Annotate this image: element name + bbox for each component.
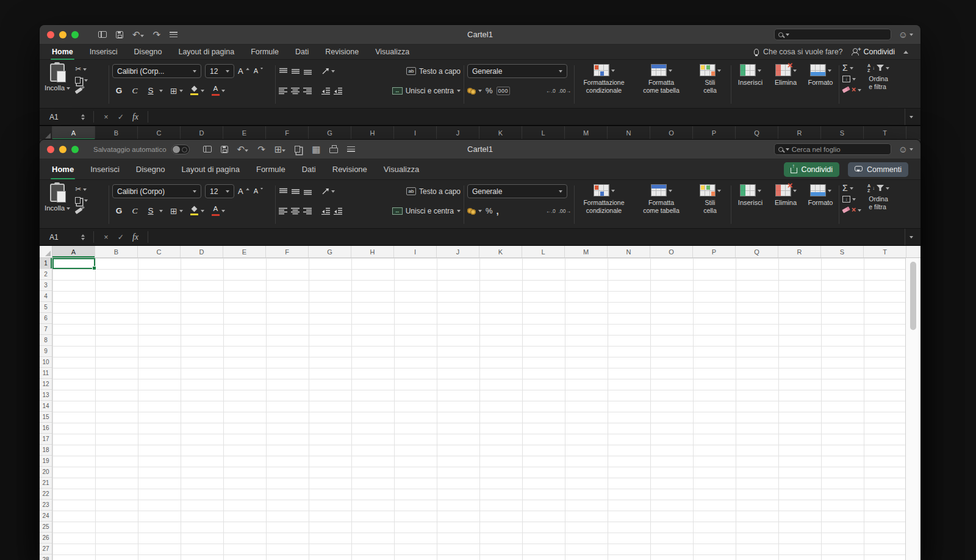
tab-visualizza[interactable]: Visualizza bbox=[375, 48, 409, 56]
share-button[interactable]: Condividi bbox=[784, 162, 839, 177]
row-header-18[interactable]: 18 bbox=[40, 445, 52, 456]
undo-button[interactable]: ↶ bbox=[132, 29, 144, 40]
table-icon[interactable]: ▦ bbox=[312, 145, 320, 154]
format-as-table-button[interactable]: Formattacome tabella bbox=[635, 64, 687, 106]
column-header-D[interactable]: D bbox=[181, 246, 223, 257]
wrap-text-button[interactable]: ab Testo a capo bbox=[406, 187, 461, 196]
row-header-15[interactable]: 15 bbox=[40, 412, 52, 423]
column-header-O[interactable]: O bbox=[650, 126, 693, 140]
column-header-F[interactable]: F bbox=[266, 246, 309, 257]
column-header-T[interactable]: T bbox=[864, 126, 906, 140]
column-header-L[interactable]: L bbox=[522, 126, 565, 140]
underline-button[interactable]: S bbox=[144, 207, 163, 215]
italic-button[interactable]: C bbox=[128, 86, 142, 96]
align-center-button[interactable] bbox=[291, 207, 300, 215]
align-middle-button[interactable] bbox=[291, 68, 300, 75]
column-header-A[interactable]: A bbox=[52, 246, 95, 257]
row-header-19[interactable]: 19 bbox=[40, 456, 52, 467]
column-header-G[interactable]: G bbox=[309, 246, 351, 257]
font-size-select[interactable]: 12 bbox=[205, 64, 234, 78]
tab-inserisci[interactable]: Inserisci bbox=[90, 48, 118, 56]
merge-center-button[interactable]: ↔ Unisci e centra bbox=[392, 207, 461, 215]
name-box[interactable]: A1 bbox=[43, 233, 81, 242]
increase-decimal-button[interactable]: ←.0 bbox=[546, 88, 556, 94]
number-format-select[interactable]: Generale bbox=[467, 64, 567, 78]
delete-cells-button[interactable]: Elimina bbox=[771, 64, 800, 106]
autosave-toggle[interactable] bbox=[171, 145, 190, 154]
fill-button[interactable]: ↓ bbox=[842, 76, 861, 82]
copy-pages-icon[interactable] bbox=[295, 146, 300, 153]
align-center-button[interactable] bbox=[291, 87, 300, 95]
menu-icon[interactable] bbox=[347, 146, 355, 152]
column-header-H[interactable]: H bbox=[351, 246, 394, 257]
name-box-spinner[interactable] bbox=[81, 232, 85, 242]
align-middle-button[interactable] bbox=[291, 188, 300, 195]
close-button[interactable] bbox=[47, 146, 54, 153]
align-left-button[interactable] bbox=[279, 87, 288, 95]
insert-function-icon[interactable]: fx bbox=[128, 112, 143, 122]
cut-button[interactable]: ✂ bbox=[75, 65, 88, 73]
orientation-button[interactable] bbox=[321, 68, 335, 75]
feedback-button[interactable]: ☺ bbox=[899, 144, 913, 154]
percent-style-button[interactable]: % bbox=[486, 206, 493, 215]
borders-button[interactable]: ⊞ bbox=[170, 207, 183, 215]
decrease-decimal-button[interactable]: .00→ bbox=[559, 208, 571, 214]
sort-filter-button[interactable]: AZ ↓ Ordinae filtra bbox=[867, 184, 889, 226]
confirm-entry-icon[interactable]: ✓ bbox=[113, 112, 128, 121]
search-input[interactable] bbox=[774, 29, 891, 40]
increase-font-button[interactable]: A bbox=[238, 187, 250, 195]
align-top-button[interactable] bbox=[279, 188, 288, 195]
row-header-11[interactable]: 11 bbox=[40, 368, 52, 379]
column-header-M[interactable]: M bbox=[565, 126, 608, 140]
tab-home[interactable]: Home bbox=[52, 48, 73, 56]
expand-formula-bar-icon[interactable] bbox=[905, 109, 917, 125]
column-header-D[interactable]: D bbox=[181, 126, 223, 140]
row-header-10[interactable]: 10 bbox=[40, 357, 52, 368]
row-header-2[interactable]: 2 bbox=[40, 269, 52, 280]
row-header-3[interactable]: 3 bbox=[40, 280, 52, 291]
zoom-button[interactable] bbox=[71, 31, 79, 38]
clear-button[interactable]: × bbox=[842, 206, 861, 214]
row-header-26[interactable]: 26 bbox=[40, 533, 52, 544]
align-bottom-button[interactable] bbox=[303, 68, 312, 75]
column-header-B[interactable]: B bbox=[95, 126, 138, 140]
close-button[interactable] bbox=[47, 31, 54, 38]
column-header-E[interactable]: E bbox=[223, 126, 266, 140]
column-header-T[interactable]: T bbox=[864, 246, 906, 257]
tab-visualizza[interactable]: Visualizza bbox=[384, 165, 419, 174]
column-header-N[interactable]: N bbox=[608, 246, 650, 257]
column-header-N[interactable]: N bbox=[608, 126, 650, 140]
column-header-P[interactable]: P bbox=[693, 246, 736, 257]
insert-function-icon[interactable]: fx bbox=[128, 232, 143, 242]
row-header-14[interactable]: 14 bbox=[40, 401, 52, 412]
currency-format-button[interactable] bbox=[467, 207, 482, 214]
row-header-27[interactable]: 27 bbox=[40, 544, 52, 555]
scrollbar-thumb[interactable] bbox=[910, 262, 916, 330]
tab-inserisci[interactable]: Inserisci bbox=[90, 165, 120, 174]
font-size-select[interactable]: 12 bbox=[205, 184, 234, 198]
format-cells-button[interactable]: Formato bbox=[805, 184, 836, 226]
align-right-button[interactable] bbox=[303, 207, 312, 215]
cell-styles-button[interactable]: Stilicella bbox=[692, 184, 728, 226]
column-header-K[interactable]: K bbox=[479, 126, 522, 140]
row-header-6[interactable]: 6 bbox=[40, 313, 52, 324]
tab-home[interactable]: Home bbox=[52, 165, 74, 174]
insert-cells-button[interactable]: Inserisci bbox=[734, 184, 766, 226]
sidebar-icon[interactable] bbox=[98, 31, 107, 38]
expand-formula-bar-icon[interactable] bbox=[905, 229, 917, 245]
formula-input[interactable] bbox=[153, 109, 905, 125]
column-header-R[interactable]: R bbox=[778, 126, 821, 140]
tab-dati[interactable]: Dati bbox=[302, 165, 316, 174]
row-header-25[interactable]: 25 bbox=[40, 522, 52, 533]
percent-style-button[interactable]: % bbox=[486, 86, 493, 95]
column-header-E[interactable]: E bbox=[223, 246, 266, 257]
row-header-12[interactable]: 12 bbox=[40, 379, 52, 390]
fill-color-button[interactable] bbox=[190, 207, 204, 215]
comments-button[interactable]: Commenti bbox=[848, 162, 908, 177]
column-header-Q[interactable]: Q bbox=[736, 126, 778, 140]
search-input[interactable]: Cerca nel foglio bbox=[774, 143, 891, 155]
row-header-20[interactable]: 20 bbox=[40, 467, 52, 478]
column-header-S[interactable]: S bbox=[821, 246, 864, 257]
redo-icon[interactable]: ↷ bbox=[153, 30, 161, 39]
column-header-C[interactable]: C bbox=[138, 246, 181, 257]
